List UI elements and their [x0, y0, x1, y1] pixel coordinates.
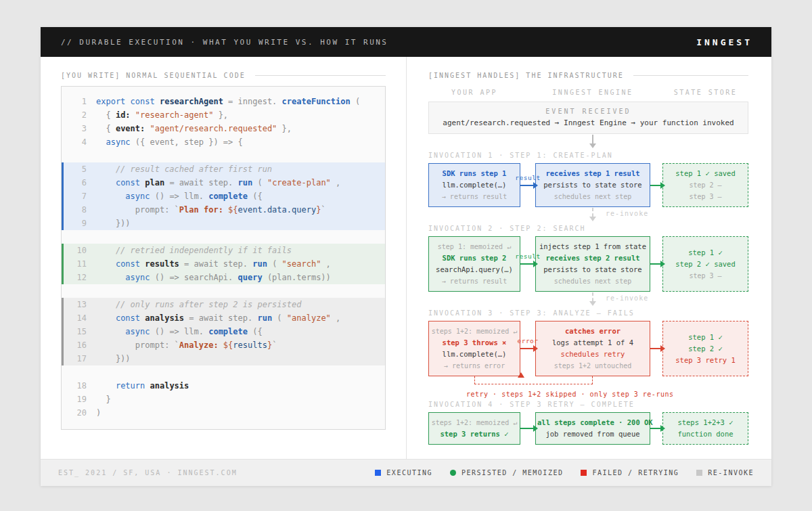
column-header-state-store: STATE STORE	[662, 89, 748, 96]
infra-section-title: [INNGEST HANDLES] THE INFRASTRUCTURE	[428, 72, 624, 79]
code-text: prompt: `Analyze: ${results}`	[96, 338, 277, 352]
page-title: // DURABLE EXECUTION · WHAT YOU WRITE VS…	[61, 38, 388, 47]
column-gap	[520, 89, 535, 96]
invocation-row: step 1: memoized ↵SDK runs step 2searchA…	[428, 236, 748, 292]
code-text: { event: "agent/research.requested" },	[96, 122, 292, 135]
invocation-label: INVOCATION 2 · STEP 2: SEARCH	[428, 225, 748, 232]
code-line: 10 // retried independently if it fails	[62, 244, 385, 257]
invocation-label: INVOCATION 1 · STEP 1: CREATE-PLAN	[428, 152, 748, 159]
state-box-line: steps 1+2+3 ✓	[664, 418, 746, 428]
inngest-logo: INNGEST	[696, 37, 752, 47]
legend-item: EXECUTING	[375, 469, 432, 476]
content-area: [YOU WRITE] NORMAL SEQUENTIAL CODE 1expo…	[41, 57, 771, 459]
connector-line	[592, 292, 593, 301]
code-text: // only runs after step 2 is persisted	[96, 298, 301, 311]
code-text: }))	[96, 352, 131, 365]
line-number: 11	[64, 257, 87, 271]
reinvoke-connector: re-invoke	[428, 292, 748, 308]
divider-rule	[255, 75, 386, 76]
app-box-line: SDK runs step 1	[430, 169, 518, 179]
app-box-line: searchApi.query(…)	[430, 265, 518, 275]
legend-swatch-icon	[450, 470, 456, 476]
line-number: 8	[64, 203, 87, 217]
legend-item: FAILED / RETRYING	[581, 469, 679, 476]
arrow-label: result	[515, 252, 540, 260]
code-block: 1export const researchAgent = inngest. c…	[61, 86, 386, 430]
app-box-line: llm.complete(…)	[430, 180, 518, 190]
legend-label: RE-INVOKE	[708, 469, 754, 476]
engine-box-line: steps 1+2 untouched	[537, 361, 648, 371]
app-box-line: step 1: memoized ↵	[430, 242, 518, 252]
code-spacer	[62, 284, 385, 298]
app-box-line: → returns result	[430, 276, 518, 286]
state-box-line: step 1 ✓ saved	[664, 169, 746, 179]
line-number	[64, 149, 87, 162]
line-number: 19	[64, 393, 87, 406]
code-text: const analysis = await step. run ( "anal…	[96, 311, 340, 325]
legend: EXECUTINGPERSISTED / MEMOIZEDFAILED / RE…	[375, 469, 754, 476]
engine-box-line: all steps complete · 200 OK	[537, 418, 648, 428]
arrow-up-icon	[518, 372, 524, 378]
code-line: 6 const plan = await step. run ( "create…	[62, 176, 385, 190]
invocation-row: steps 1+2: memoized ↵step 3 returns ✓all…	[428, 412, 748, 445]
engine-box: receives step 1 resultpersists to state …	[535, 163, 650, 207]
arrow-down-icon	[589, 217, 596, 221]
line-number: 9	[64, 217, 87, 230]
code-text: async () => searchApi. query (plan.terms…	[96, 271, 331, 284]
state-box-line: step 2 ✓	[664, 344, 746, 354]
line-number	[64, 284, 87, 298]
code-text: prompt: `Plan for: ${event.data.query}`	[96, 203, 326, 217]
app-box: steps 1+2: memoized ↵step 3 throws ×llm.…	[428, 321, 520, 376]
event-banner: EVENT RECEIVED agent/research.requested …	[428, 102, 748, 134]
retry-note: retry · steps 1+2 skipped · only step 3 …	[466, 391, 748, 398]
footer-bar: EST_ 2021 / SF, USA · INNGEST.COM EXECUT…	[41, 459, 771, 486]
connector-line	[592, 135, 593, 143]
app-box-line: SDK runs step 2	[430, 253, 518, 263]
code-text: const plan = await step. run ( "create-p…	[96, 176, 340, 190]
line-number: 20	[64, 406, 87, 420]
infrastructure-panel: [INNGEST HANDLES] THE INFRASTRUCTURE YOU…	[406, 57, 772, 459]
app-box-line: steps 1+2: memoized ↵	[430, 326, 518, 336]
code-line: 13 // only runs after step 2 is persiste…	[62, 298, 385, 311]
code-line: 5 // result cached after first run	[62, 162, 385, 176]
retry-loop-path	[474, 376, 593, 384]
footer-meta[interactable]: EST_ 2021 / SF, USA · INNGEST.COM	[58, 469, 238, 476]
app-box: SDK runs step 1llm.complete(…)→ returns …	[428, 163, 520, 207]
code-line: 14 const analysis = await step. run ( "a…	[62, 311, 385, 325]
app-box-line: llm.complete(…)	[430, 349, 518, 359]
state-box: steps 1+2+3 ✓function done	[662, 412, 748, 445]
code-text: const results = await step. run ( "searc…	[96, 257, 331, 271]
state-box-line: step 3 retry 1	[664, 355, 746, 365]
app-box-line: steps 1+2: memoized ↵	[430, 418, 518, 428]
line-number: 15	[64, 325, 87, 338]
code-text: // result cached after first run	[96, 162, 272, 176]
state-box-line: step 1 ✓	[664, 248, 746, 258]
code-line: 1export const researchAgent = inngest. c…	[62, 95, 385, 108]
arrow-down-icon	[589, 143, 596, 148]
code-text: // retried independently if it fails	[96, 244, 292, 257]
code-line: 15 async () => llm. complete ({	[62, 325, 385, 338]
column-gap	[650, 89, 662, 96]
app-box-line: step 3 returns ✓	[430, 429, 518, 439]
state-box-line: step 1 ✓	[664, 332, 746, 342]
column-header-your-app: YOUR APP	[428, 89, 520, 96]
code-line: 2 { id: "research-agent" },	[62, 108, 385, 122]
arrow-right-icon	[650, 263, 662, 265]
legend-label: PERSISTED / MEMOIZED	[461, 469, 563, 476]
code-line: 4 async ({ event, step }) => {	[62, 135, 385, 149]
invocation-label: INVOCATION 4 · STEP 3 RETRY — COMPLETE	[428, 401, 748, 408]
code-text: }))	[96, 217, 131, 230]
code-text: )	[96, 406, 101, 420]
column-header-inngest-engine: INNGEST ENGINE	[535, 89, 650, 96]
arrow-label: error	[517, 337, 538, 345]
code-spacer	[62, 365, 385, 379]
line-number: 16	[64, 338, 87, 352]
code-text: export const researchAgent = inngest. cr…	[96, 95, 360, 108]
app-box: step 1: memoized ↵SDK runs step 2searchA…	[428, 236, 520, 292]
engine-box: injects step 1 from statereceives step 2…	[535, 236, 650, 292]
arrow-right-icon	[650, 185, 662, 186]
code-text: { id: "research-agent" },	[96, 108, 228, 122]
engine-box-line: schedules next step	[537, 276, 648, 286]
legend-label: FAILED / RETRYING	[592, 469, 679, 476]
app-box-line: step 3 throws ×	[430, 338, 518, 348]
